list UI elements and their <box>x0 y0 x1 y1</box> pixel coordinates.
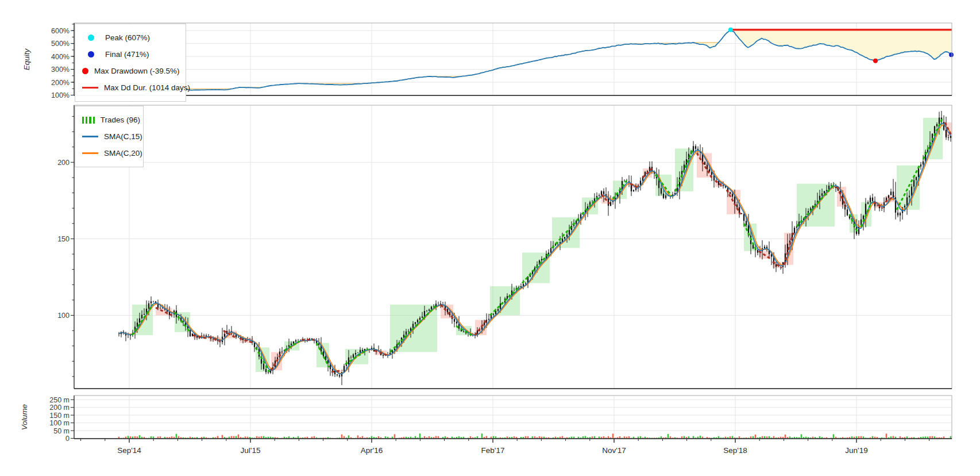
x-axis-label: Jun'19 <box>845 446 867 455</box>
x-axis-label: Jul'15 <box>241 446 261 455</box>
equity-axis-title: Equity <box>22 49 31 71</box>
final-dot-icon <box>82 51 99 57</box>
peak-marker <box>728 28 733 32</box>
peak-dot-icon <box>82 34 99 41</box>
x-axis-label: Sep'14 <box>117 446 141 455</box>
final-marker <box>949 52 954 57</box>
legend-item-peak: Peak (607%) <box>82 29 178 46</box>
legend-item-sma15: SMA(C,15) <box>82 128 135 145</box>
legend-label-max-dd-duration: Max Dd Dur. (1014 days) <box>104 83 190 92</box>
y-tick-label: 200 m <box>49 404 70 412</box>
y-tick-label: 300% <box>51 66 70 74</box>
legend-label-final: Final (471%) <box>105 50 149 59</box>
y-tick-label: 100 m <box>49 419 70 427</box>
y-tick-label: 150 m <box>49 412 70 420</box>
x-axis-label: Feb'17 <box>481 446 505 455</box>
equity-legend: Peak (607%) Final (471%) Max Drawdown (-… <box>75 24 186 102</box>
price-legend: Trades (96) SMA(C,15) SMA(C,20) <box>75 106 144 167</box>
y-tick-label: 250 m <box>49 396 70 404</box>
x-axis-label: Nov'17 <box>602 446 626 455</box>
max-drawdown-marker <box>873 59 878 63</box>
y-tick-label: 500% <box>51 40 70 48</box>
legend-label-max-drawdown: Max Drawdown (-39.5%) <box>94 67 180 75</box>
volume-axis-title: Volume <box>20 404 29 430</box>
x-axis-label: Apr'16 <box>361 446 383 455</box>
max-drawdown-dot-icon <box>82 68 88 74</box>
legend-item-max-dd-duration: Max Dd Dur. (1014 days) <box>82 79 178 96</box>
backtest-figure: 100%200%300%400%500%600%100150200050 m10… <box>0 0 980 476</box>
sma15-line-icon <box>82 136 98 137</box>
sma20-line-icon <box>82 152 98 154</box>
legend-item-final: Final (471%) <box>82 46 178 63</box>
legend-label-sma15: SMA(C,15) <box>104 132 142 141</box>
y-tick-label: 100 <box>57 312 70 320</box>
y-tick-label: 200% <box>51 79 70 87</box>
y-tick-label: 150 <box>57 235 70 243</box>
y-tick-label: 200 <box>57 159 70 167</box>
legend-item-sma20: SMA(C,20) <box>82 145 135 162</box>
max-dd-duration-line-icon <box>82 87 98 89</box>
legend-item-trades: Trades (96) <box>82 112 135 128</box>
x-axis-label: Sep'18 <box>723 446 747 455</box>
price-plot-area[interactable] <box>74 105 952 389</box>
y-tick-label: 400% <box>51 53 70 61</box>
y-tick-label: 100% <box>51 91 70 99</box>
y-tick-label: 0 <box>65 435 70 443</box>
trades-dashes-icon <box>82 117 95 124</box>
legend-label-sma20: SMA(C,20) <box>104 149 142 158</box>
legend-label-peak: Peak (607%) <box>105 33 150 42</box>
legend-label-trades: Trades (96) <box>101 116 140 124</box>
legend-item-max-drawdown: Max Drawdown (-39.5%) <box>82 63 178 79</box>
y-tick-label: 600% <box>51 27 70 35</box>
y-tick-label: 50 m <box>53 427 70 435</box>
volume-plot-area[interactable] <box>74 396 952 439</box>
